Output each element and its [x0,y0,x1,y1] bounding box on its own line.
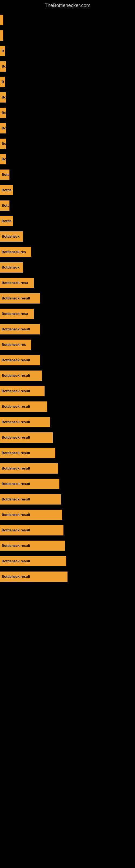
bar-label: Bo [0,92,6,102]
bar-row: Bottleneck result [0,554,135,568]
bar-label: Bottleneck result [0,324,40,335]
bar-row: Bo [0,59,135,74]
bar-row: Bottleneck res [0,337,135,352]
bar-label: Bottleneck res [0,247,31,257]
bar-label [0,30,3,41]
bar-row: Bo [0,152,135,166]
bar-row: Bottleneck result [0,414,135,429]
bar-row: Bottleneck result [0,322,135,337]
bar-row: B [0,74,135,89]
bar-row: Bottleneck result [0,368,135,383]
bar-row: Bottleneck result [0,538,135,553]
bar-row: Bottleneck result [0,445,135,460]
bar-row: Bott [0,167,135,182]
bar-row: B [0,43,135,58]
bar-label: B [0,46,5,56]
bar-label: Bottleneck result [0,401,47,412]
bar-row: Bottleneck result [0,523,135,538]
bar-row: Bottleneck result [0,352,135,368]
bar-row: Bottleneck result [0,383,135,399]
bar-label: Bo [0,108,6,118]
bar-row: Bo [0,121,135,135]
bar-row: Bo [0,105,135,120]
bar-label: Bottle [0,216,13,226]
bar-label: B [0,77,5,87]
bar-label: Bottleneck result [0,432,53,443]
bar-label: Bottleneck result [0,355,40,365]
bar-row: Bottle [0,214,135,228]
bar-label: Bottleneck result [0,293,40,304]
bar-label: Bottleneck [0,231,23,242]
bar-label: Bott [0,200,9,211]
bar-label: Bottleneck result [0,571,68,582]
bar-label: Bottleneck result [0,540,65,551]
bar-label: Bo [0,138,6,149]
bar-label: Bottleneck resu [0,309,34,319]
bar-row: Bottleneck [0,260,135,275]
bar-row: Bott [0,198,135,213]
bars-container: BBoBBoBoBoBoBoBottBottleBottBottleBottle… [0,10,135,587]
bar-label: Bottleneck result [0,386,45,396]
site-title: TheBottlenecker.com [0,0,135,10]
bar-row: Bottleneck resu [0,306,135,321]
bar-label: Bott [0,169,9,180]
bar-label: Bottle [0,185,13,195]
bar-row: Bottleneck result [0,430,135,445]
bar-label: Bottleneck result [0,448,55,458]
bar-row: Bottleneck [0,229,135,244]
bar-row [0,12,135,27]
bar-label: Bottleneck result [0,417,50,427]
bar-row: Bo [0,136,135,151]
bar-label: Bottleneck result [0,371,42,381]
bar-label: Bottleneck result [0,525,63,535]
bar-label: Bottleneck res [0,340,31,350]
bar-label: Bottleneck result [0,510,62,520]
bar-row: Bottleneck result [0,291,135,306]
bar-row: Bo [0,90,135,105]
bar-row: Bottleneck result [0,507,135,522]
bar-label: Bo [0,123,6,133]
bar-row: Bottleneck res [0,244,135,259]
bar-row: Bottleneck result [0,492,135,507]
bar-row: Bottleneck resu [0,275,135,290]
bar-label: Bottleneck result [0,479,59,489]
bar-row: Bottleneck result [0,476,135,491]
bar-label: Bottleneck result [0,463,58,474]
bar-label: Bottleneck [0,262,23,273]
bar-label: Bottleneck result [0,556,66,566]
bar-row [0,28,135,43]
bar-label: Bottleneck result [0,494,61,504]
bar-row: Bottleneck result [0,569,135,584]
bar-row: Bottleneck result [0,461,135,476]
bar-label: Bo [0,61,6,72]
bar-label: Bo [0,154,6,164]
bar-row: Bottleneck result [0,399,135,414]
bar-label: Bottleneck resu [0,278,34,288]
bar-label [0,15,3,25]
bar-row: Bottle [0,183,135,197]
